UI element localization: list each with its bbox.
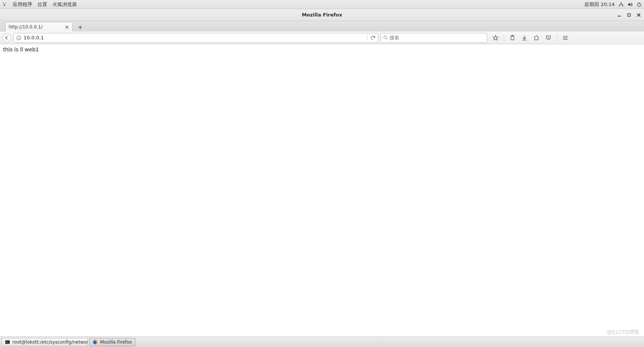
browser-tab-active[interactable]: http://10.0.0.1/ [5, 22, 73, 31]
svg-rect-4 [619, 5, 620, 6]
network-icon[interactable] [619, 2, 624, 7]
pocket-icon[interactable] [545, 34, 552, 42]
window-title: Mozilla Firefox [302, 12, 342, 18]
tab-label: http://10.0.0.1/ [9, 24, 42, 30]
watermark: @51CTO博客 [607, 329, 640, 336]
menu-applications[interactable]: 应用程序 [13, 1, 32, 8]
svg-marker-21 [493, 35, 498, 40]
back-button[interactable] [2, 33, 11, 42]
tab-close-icon[interactable] [64, 24, 69, 30]
svg-point-1 [5, 2, 6, 3]
url-bar[interactable] [13, 33, 378, 43]
svg-text:>_: >_ [6, 341, 9, 344]
svg-point-19 [384, 36, 387, 39]
svg-rect-9 [628, 13, 631, 16]
window-controls [616, 9, 642, 21]
gnome-panel-left: 应用程序 位置 火狐浏览器 [2, 1, 77, 8]
window-minimize-button[interactable] [616, 12, 622, 18]
menu-places[interactable]: 位置 [37, 1, 47, 8]
urlbar-separator [367, 35, 367, 41]
clipboard-icon[interactable] [509, 34, 516, 42]
power-icon[interactable] [637, 2, 642, 7]
window-close-button[interactable] [636, 12, 642, 18]
downloads-icon[interactable] [521, 34, 528, 42]
gnome-top-panel: 应用程序 位置 火狐浏览器 星期四 20:14 [0, 0, 644, 9]
url-input[interactable] [24, 33, 365, 42]
svg-point-2 [4, 4, 6, 6]
search-input[interactable] [389, 35, 485, 40]
new-tab-button[interactable] [76, 23, 85, 31]
menu-firefox[interactable]: 火狐浏览器 [52, 1, 77, 8]
bookmark-star-icon[interactable] [492, 34, 499, 42]
taskbar-item-label: Mozilla Firefox [100, 340, 132, 345]
terminal-icon: >_ [5, 340, 10, 345]
gnome-foot-icon [2, 2, 7, 7]
svg-line-20 [386, 38, 387, 39]
page-viewport: this is ll web1 [0, 44, 644, 337]
toolbar-separator [504, 34, 504, 41]
navigation-toolbar [0, 31, 644, 44]
search-icon [383, 35, 388, 40]
toolbar-separator [557, 34, 557, 41]
svg-rect-3 [621, 2, 622, 3]
home-icon[interactable] [533, 34, 540, 42]
volume-icon[interactable] [628, 2, 633, 7]
gnome-panel-right: 星期四 20:14 [584, 1, 642, 8]
taskbar-item-firefox[interactable]: Mozilla Firefox [89, 338, 135, 346]
toolbar-icon-group [492, 34, 569, 42]
svg-rect-5 [622, 5, 623, 6]
window-titlebar: Mozilla Firefox [0, 9, 644, 21]
page-body-text: this is ll web1 [3, 46, 39, 52]
search-bar[interactable] [380, 33, 487, 43]
panel-clock[interactable]: 星期四 20:14 [584, 1, 615, 8]
svg-point-0 [3, 2, 4, 4]
hamburger-menu-icon[interactable] [562, 34, 569, 42]
taskbar-item-terminal[interactable]: >_ root@lokott:/etc/sysconfig/networ… [1, 338, 88, 346]
reload-icon[interactable] [370, 34, 376, 41]
identity-info-icon[interactable] [15, 34, 22, 41]
tab-strip: http://10.0.0.1/ [0, 21, 644, 31]
os-taskbar: >_ root@lokott:/etc/sysconfig/networ… Mo… [0, 337, 644, 347]
firefox-icon [93, 340, 98, 345]
taskbar-item-label: root@lokott:/etc/sysconfig/networ… [12, 340, 88, 345]
window-maximize-button[interactable] [626, 12, 632, 18]
